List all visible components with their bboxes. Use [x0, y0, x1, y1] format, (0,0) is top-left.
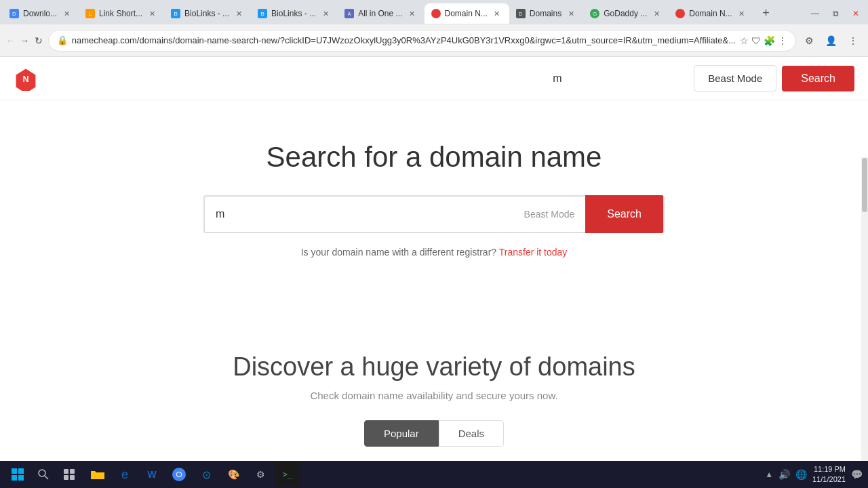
tab-favicon-1: D	[9, 9, 19, 18]
tab-label-7: Domains	[530, 9, 561, 18]
tab-close-8[interactable]: ✕	[651, 8, 662, 19]
transfer-link[interactable]: Transfer it today	[499, 247, 568, 258]
page-title: Search for a domain name	[14, 141, 854, 174]
browser-tab-9[interactable]: Domain N... ✕	[669, 3, 753, 24]
notification-icon[interactable]: 💬	[851, 469, 863, 480]
search-icon	[38, 469, 49, 480]
tab-label-2: Link Short...	[99, 9, 142, 18]
folder-icon	[91, 469, 104, 480]
taskbar-app-folder[interactable]	[85, 462, 110, 487]
close-window-button[interactable]: ✕	[846, 4, 865, 23]
browser-tab-8[interactable]: G GoDaddy ... ✕	[583, 3, 669, 24]
tab-label-6: Domain N...	[445, 9, 488, 18]
tray-speaker-icon[interactable]: 🔊	[778, 469, 790, 480]
taskbar-app-chrome[interactable]	[167, 462, 191, 487]
menu-button[interactable]: ⋮	[844, 31, 863, 50]
tab-popular[interactable]: Popular	[364, 420, 439, 447]
scrollbar[interactable]	[861, 157, 868, 488]
tab-close-5[interactable]: ✕	[407, 8, 418, 19]
taskbar-pinned-apps: e W ⊙ 🎨 ⚙ >_	[85, 462, 300, 487]
svg-rect-2	[12, 468, 17, 474]
discover-title: Discover a huge variety of domains	[14, 352, 854, 382]
tab-favicon-6	[431, 9, 441, 18]
tab-label-8: GoDaddy ...	[604, 9, 647, 18]
taskbar-app-ie[interactable]: e	[113, 462, 137, 487]
browser-tab-4[interactable]: B BioLinks - ... ✕	[251, 3, 338, 24]
extension-icon[interactable]: 🧩	[764, 35, 775, 46]
tab-deals[interactable]: Deals	[439, 420, 504, 447]
tab-label-4: BioLinks - ...	[271, 9, 316, 18]
tab-favicon-3: B	[171, 9, 180, 18]
tab-label-9: Domain N...	[689, 9, 732, 18]
task-view-button[interactable]	[57, 462, 81, 487]
more-icon[interactable]: ⋮	[778, 35, 787, 46]
taskbar-app-terminal[interactable]: >_	[275, 462, 300, 487]
svg-rect-5	[18, 475, 24, 481]
browser-tab-5[interactable]: A All in One ... ✕	[338, 3, 424, 24]
header-beast-mode-button[interactable]: Beast Mode	[694, 65, 776, 92]
tab-close-7[interactable]: ✕	[566, 8, 576, 19]
taskbar-app-word[interactable]: W	[140, 462, 164, 487]
scrollbar-thumb[interactable]	[862, 158, 867, 212]
site-header: N Beast Mode Search	[0, 57, 868, 100]
clock-date: 11/1/2021	[812, 474, 846, 485]
transfer-static-text: Is your domain name with a different reg…	[301, 247, 496, 258]
browser-tab-3[interactable]: B BioLinks - ... ✕	[164, 3, 251, 24]
tab-favicon-5: A	[344, 9, 354, 18]
bookmark-icon[interactable]: ☆	[740, 35, 749, 46]
tab-favicon-2: L	[85, 9, 95, 18]
tab-label-1: Downlo...	[23, 9, 57, 18]
transfer-text: Is your domain name with a different reg…	[14, 247, 854, 258]
refresh-button[interactable]: ↻	[34, 31, 44, 50]
browser-tab-6[interactable]: Domain N... ✕	[425, 3, 509, 24]
url-bar[interactable]: 🔒 namecheap.com/domains/domain-name-sear…	[48, 30, 796, 52]
main-section: Search for a domain name Beast Mode Sear…	[0, 100, 868, 325]
domain-search-bar: Beast Mode Search	[203, 195, 665, 233]
start-button[interactable]	[5, 462, 30, 487]
domain-search-input[interactable]	[205, 208, 513, 220]
extensions-button[interactable]: ⚙	[800, 31, 819, 50]
taskbar-search-button[interactable]	[31, 462, 56, 487]
tab-favicon-8: G	[590, 9, 599, 18]
new-tab-button[interactable]: +	[757, 3, 776, 22]
browser-tab-7[interactable]: D Domains ✕	[509, 3, 583, 24]
svg-rect-3	[18, 468, 24, 474]
domain-category-tabs: Popular Deals	[14, 420, 854, 447]
taskbar-app-paint[interactable]: 🎨	[221, 462, 245, 487]
tab-close-2[interactable]: ✕	[146, 8, 157, 19]
forward-button[interactable]: →	[20, 31, 30, 50]
minimize-button[interactable]: —	[806, 4, 825, 23]
taskbar-app-edge[interactable]: ⊙	[194, 462, 218, 487]
back-button[interactable]: ←	[5, 31, 16, 50]
svg-rect-8	[64, 469, 68, 474]
beast-mode-toggle[interactable]: Beast Mode	[513, 209, 586, 220]
restore-button[interactable]: ⧉	[826, 4, 845, 23]
tab-close-3[interactable]: ✕	[233, 8, 244, 19]
system-clock[interactable]: 11:19 PM 11/1/2021	[812, 464, 846, 485]
browser-window-controls: — ⧉ ✕	[806, 4, 865, 23]
tab-favicon-7: D	[516, 9, 526, 18]
tab-label-5: All in One ...	[358, 9, 402, 18]
taskbar-app-settings[interactable]: ⚙	[248, 462, 273, 487]
header-search-input[interactable]	[547, 70, 694, 87]
tab-label-3: BioLinks - ...	[184, 9, 229, 18]
svg-rect-4	[12, 475, 17, 481]
site-logo[interactable]: N	[14, 66, 38, 91]
domain-search-button[interactable]: Search	[585, 195, 663, 233]
tray-chevron-icon[interactable]: ▲	[765, 470, 773, 479]
tab-close-1[interactable]: ✕	[61, 8, 72, 19]
clock-time: 11:19 PM	[812, 464, 846, 474]
svg-rect-9	[70, 469, 75, 474]
header-search-button[interactable]: Search	[782, 66, 854, 92]
tab-close-9[interactable]: ✕	[736, 8, 747, 19]
svg-point-6	[39, 470, 45, 476]
browser-tab-1[interactable]: D Downlo... ✕	[3, 3, 79, 24]
tray-network-icon[interactable]: 🌐	[795, 469, 807, 480]
browser-actions: ⚙ 👤 ⋮	[800, 31, 863, 50]
url-icons: ☆ 🛡 🧩 ⋮	[740, 35, 787, 46]
browser-tab-2[interactable]: L Link Short... ✕	[79, 3, 164, 24]
tab-close-6[interactable]: ✕	[492, 8, 502, 19]
address-bar: ← → ↻ 🔒 namecheap.com/domains/domain-nam…	[0, 24, 868, 57]
profile-button[interactable]: 👤	[822, 31, 841, 50]
tab-close-4[interactable]: ✕	[320, 8, 331, 19]
